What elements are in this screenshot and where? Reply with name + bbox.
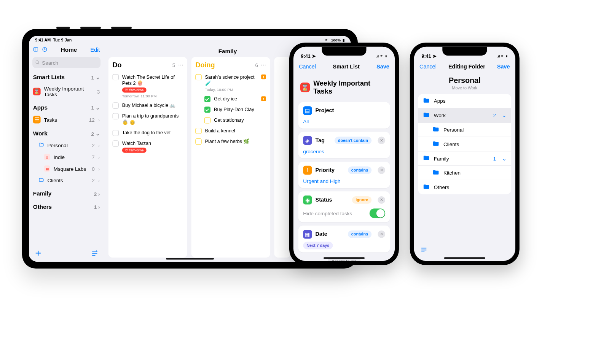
folder-icon — [423, 184, 430, 191]
save-button[interactable]: Save — [497, 64, 510, 70]
task-title: Sarah's science project 🧪 — [205, 74, 258, 86]
condition-pill[interactable]: contains — [348, 230, 371, 238]
sidebar-item-tasks[interactable]: ☰ Tasks 12 › — [29, 113, 104, 126]
task-item[interactable]: Sarah's science project 🧪 Today, 10:00 P… — [195, 72, 266, 94]
date-chip[interactable]: Next 7 days — [303, 242, 333, 250]
sidebar-toggle-icon[interactable] — [33, 47, 38, 54]
checkbox[interactable] — [113, 113, 119, 119]
folder-row[interactable]: Personal — [418, 123, 511, 137]
priority-flag-icon — [261, 97, 266, 102]
column-next-peek[interactable] — [274, 57, 290, 258]
sidebar-item-msquare[interactable]: ▦ Msquare Labs 0 › — [29, 163, 104, 175]
task-item[interactable]: Take the dog to the vet — [113, 127, 183, 138]
section-work[interactable]: Work 2⌄ — [29, 126, 104, 139]
toggle-label: Hide completed tasks — [303, 210, 352, 216]
column-do: Do 5⋯ Watch The Secret Life of Pets 2 🍿 … — [108, 57, 187, 258]
card-value[interactable]: Urgent and High — [303, 178, 385, 184]
folder-name[interactable]: Personal — [414, 76, 515, 85]
filter-card-project[interactable]: ▤ Project All — [298, 102, 390, 129]
task-tag[interactable]: ♡ fam-time — [122, 148, 147, 153]
chevron-down-icon: ⌄ — [96, 75, 100, 81]
checkbox[interactable] — [195, 128, 201, 134]
filter-card-status[interactable]: ◉ Status ignore ✕ Hide completed tasks — [298, 192, 390, 223]
task-item[interactable]: Build a kennel — [195, 126, 266, 136]
status-icons: .ıl ᯤ ▮ — [497, 54, 508, 58]
checkbox[interactable] — [113, 74, 119, 80]
filter-card-date[interactable]: ▦ Date contains ✕ Next 7 days — [298, 226, 390, 253]
section-others[interactable]: Others 1› — [29, 199, 104, 212]
section-apps[interactable]: Apps 1⌄ — [29, 100, 104, 113]
sidebar-item-indie[interactable]: ▯ Indie 7 › — [29, 151, 104, 163]
task-tag[interactable]: ♡ fam-time — [122, 87, 147, 93]
folder-row[interactable]: Family1⌄ — [418, 151, 511, 166]
task-item[interactable]: Plan a trip to grandparents 👵 👴 — [113, 111, 183, 127]
sidebar-item-weekly-important[interactable]: ⌛ Weekly Important Tasks 3 — [29, 83, 104, 100]
subtask-item[interactable]: Get stationary — [195, 115, 266, 126]
folder-row[interactable]: Clients — [418, 137, 511, 151]
checkbox[interactable] — [204, 118, 210, 124]
cancel-button[interactable]: Cancel — [299, 64, 316, 70]
condition-pill[interactable]: doesn't contain — [335, 137, 371, 145]
folder-row[interactable]: Work2⌄ — [418, 108, 511, 123]
folder-row[interactable]: Apps — [418, 94, 511, 108]
save-button[interactable]: Save — [376, 64, 389, 70]
condition-pill[interactable]: contains — [348, 167, 371, 174]
search-icon — [35, 60, 40, 65]
phone1-nav: Cancel Smart List Save — [293, 62, 395, 73]
list-settings-icon[interactable] — [91, 250, 99, 258]
folder-label: Clients — [443, 141, 507, 147]
folder-label: Work — [434, 113, 489, 118]
clear-button[interactable]: ✕ — [378, 137, 385, 145]
clock-icon[interactable] — [42, 47, 47, 54]
sidebar-item-personal[interactable]: Personal 2 › — [29, 139, 104, 151]
folder-row[interactable]: Kitchen — [418, 166, 511, 180]
clear-button[interactable]: ✕ — [378, 196, 385, 204]
edit-button[interactable]: Edit — [90, 47, 100, 53]
checkbox[interactable] — [113, 140, 119, 146]
filter-card-priority[interactable]: ! Priority contains ✕ Urgent and High — [298, 162, 390, 188]
clear-button[interactable]: ✕ — [378, 230, 385, 238]
calendar-icon: ▦ — [303, 230, 312, 238]
sidebar-item-clients[interactable]: Clients 2 › — [29, 175, 104, 187]
task-due: Tomorrow, 11:00 PM — [122, 94, 183, 98]
chevron-down-icon[interactable]: ⌄ — [502, 156, 507, 162]
subtask-item[interactable]: Get dry ice — [195, 94, 266, 104]
list-settings-icon[interactable] — [420, 246, 428, 255]
search-input[interactable]: Search — [32, 57, 100, 68]
subtask-item[interactable]: Buy Play-Doh Clay — [195, 104, 266, 115]
task-item[interactable]: Buy Michael a bicycle 🚲 — [113, 100, 183, 111]
folder-row[interactable]: Others — [418, 180, 511, 194]
condition-pill[interactable]: ignore — [352, 196, 371, 204]
checkbox[interactable] — [195, 74, 201, 80]
checkbox[interactable] — [113, 130, 119, 136]
task-item[interactable]: Plant a few herbs 🌿 — [195, 136, 266, 147]
checkbox-checked[interactable] — [204, 96, 210, 102]
home-indicator — [324, 257, 365, 259]
card-value[interactable]: groceries — [303, 148, 385, 154]
card-value[interactable]: All — [303, 119, 385, 124]
section-count: 1 — [94, 204, 97, 210]
chevron-down-icon: ⌄ — [96, 105, 100, 111]
hide-completed-toggle[interactable] — [370, 209, 385, 218]
checkbox-checked[interactable] — [204, 107, 210, 113]
more-icon[interactable]: ⋯ — [261, 62, 266, 68]
more-icon[interactable]: ⋯ — [178, 62, 183, 68]
task-item[interactable]: Watch Tarzan♡ fam-time — [113, 138, 183, 155]
section-family[interactable]: Family 2› — [29, 186, 104, 199]
card-label: Tag — [315, 137, 331, 143]
section-smart-lists[interactable]: Smart Lists 1⌄ — [29, 70, 104, 83]
cancel-button[interactable]: Cancel — [419, 64, 437, 70]
checkbox[interactable] — [113, 103, 119, 109]
smart-list-title[interactable]: ⌛ Weekly Important Tasks — [298, 75, 390, 99]
chevron-down-icon: ⌄ — [96, 130, 100, 137]
section-count: 1 — [91, 105, 94, 110]
checkbox[interactable] — [195, 138, 201, 145]
item-count: 3 — [97, 89, 100, 94]
chevron-down-icon[interactable]: ⌄ — [502, 112, 507, 118]
folder-icon — [423, 112, 430, 119]
filter-card-tag[interactable]: ◈ Tag doesn't contain ✕ groceries — [298, 132, 390, 158]
add-button[interactable] — [34, 250, 42, 258]
card-label: Project — [315, 108, 385, 114]
clear-button[interactable]: ✕ — [378, 167, 385, 174]
task-item[interactable]: Watch The Secret Life of Pets 2 🍿 ♡ fam-… — [113, 72, 183, 100]
